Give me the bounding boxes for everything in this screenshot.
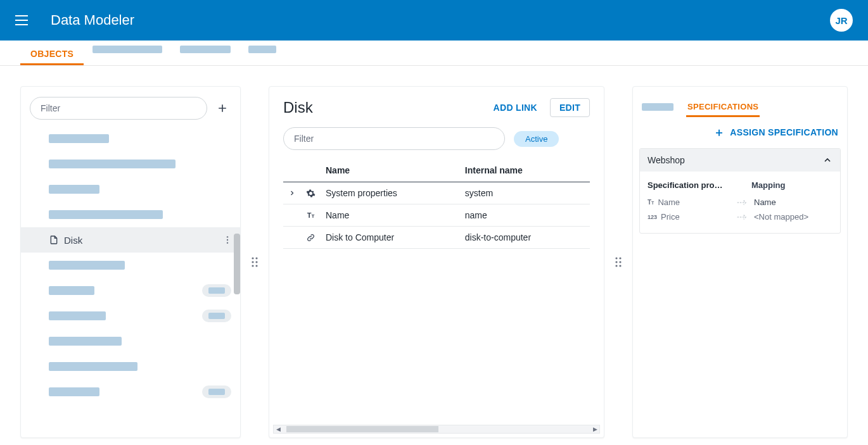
svg-point-10 [619, 257, 621, 259]
text-icon: TT [648, 199, 654, 206]
properties-table: Name Internal name System properties sys… [283, 159, 590, 249]
edit-button[interactable]: EDIT [550, 98, 590, 117]
col-mapping: Mapping [751, 180, 833, 190]
row-name: Disk to Computer [321, 227, 460, 249]
row-internal: system [460, 182, 590, 204]
row-name: Name [321, 204, 460, 227]
objects-filter-input[interactable] [30, 97, 207, 120]
row-internal: disk-to-computer [460, 227, 590, 249]
detail-panel: Disk ADD LINK EDIT Active Name Internal … [269, 86, 604, 438]
scrollbar-thumb[interactable] [234, 234, 240, 294]
row-name: System properties [321, 182, 460, 204]
svg-point-0 [227, 236, 228, 237]
object-item-selected[interactable]: Disk [21, 227, 240, 253]
object-item[interactable] [21, 126, 240, 151]
tab-placeholder[interactable] [180, 46, 231, 53]
tab-specifications[interactable]: SPECIFICATIONS [686, 97, 760, 116]
workspace: Disk Disk ADD LINK EDIT [0, 66, 868, 444]
svg-point-4 [255, 257, 257, 259]
col-name[interactable]: Name [321, 159, 460, 182]
properties-filter-input[interactable] [283, 127, 505, 150]
svg-point-5 [252, 261, 253, 263]
right-tab-placeholder[interactable] [642, 103, 673, 111]
specification-card-header[interactable]: Webshop [640, 149, 840, 172]
drag-handle-icon [615, 256, 622, 268]
plus-icon: ＋ [713, 127, 725, 138]
resize-handle[interactable] [615, 256, 622, 268]
svg-point-13 [615, 265, 617, 266]
object-item[interactable] [21, 177, 240, 202]
specification-title: Webshop [648, 155, 685, 165]
specifications-panel: SPECIFICATIONS ＋ ASSIGN SPECIFICATION We… [632, 86, 848, 438]
object-item[interactable] [21, 303, 240, 329]
svg-point-11 [615, 261, 617, 263]
expand-toggle[interactable] [283, 182, 301, 204]
arrow-right-icon [736, 199, 749, 206]
table-row[interactable]: Disk to Computer disk-to-computer [283, 227, 590, 249]
main-tabs: OBJECTS [0, 41, 868, 66]
add-link-button[interactable]: ADD LINK [488, 99, 542, 116]
object-item-menu[interactable] [222, 235, 233, 245]
specification-card: Webshop Specification pro… Mapping TT Na… [639, 148, 841, 234]
gear-icon [301, 182, 321, 204]
svg-point-14 [619, 265, 621, 266]
drag-handle-icon [251, 256, 258, 268]
object-item-label: Disk [64, 235, 82, 246]
table-row[interactable]: TT Name name [283, 204, 590, 227]
text-icon: TT [301, 204, 321, 227]
file-icon [49, 235, 59, 245]
object-item[interactable] [21, 151, 240, 177]
app-header: Data Modeler JR [0, 0, 868, 41]
object-item[interactable] [21, 202, 240, 227]
spec-row[interactable]: 123 Price <Not mapped> [648, 210, 833, 224]
plus-icon [216, 102, 229, 115]
svg-point-6 [255, 261, 257, 263]
svg-point-2 [227, 242, 228, 243]
number-icon: 123 [648, 214, 657, 220]
col-internal[interactable]: Internal name [460, 159, 590, 182]
svg-point-12 [619, 261, 621, 263]
svg-point-9 [615, 257, 617, 259]
resize-handle[interactable] [251, 256, 258, 268]
menu-icon[interactable] [15, 13, 30, 28]
assign-specification-button[interactable]: ＋ ASSIGN SPECIFICATION [633, 116, 847, 148]
chevron-up-icon [822, 155, 833, 165]
user-avatar[interactable]: JR [830, 9, 853, 32]
tab-placeholder[interactable] [93, 46, 162, 53]
svg-point-8 [255, 265, 257, 266]
tab-objects[interactable]: OBJECTS [20, 42, 84, 65]
object-item[interactable] [21, 253, 240, 278]
table-row[interactable]: System properties system [283, 182, 590, 204]
status-chip[interactable]: Active [514, 131, 559, 147]
svg-point-3 [252, 257, 253, 259]
app-title: Data Modeler [51, 12, 830, 28]
object-item[interactable] [21, 329, 240, 354]
row-internal: name [460, 204, 590, 227]
object-item[interactable] [21, 379, 240, 404]
more-vertical-icon [222, 235, 233, 245]
horizontal-scrollbar[interactable]: ◀▶ [273, 425, 600, 434]
detail-title: Disk [283, 99, 481, 116]
add-object-button[interactable] [214, 99, 231, 117]
svg-point-7 [252, 265, 253, 266]
svg-point-1 [227, 239, 228, 241]
tab-placeholder[interactable] [248, 46, 276, 53]
col-spec-property: Specification pro… [648, 180, 736, 190]
arrow-right-icon [736, 214, 749, 220]
object-item[interactable] [21, 278, 240, 303]
chevron-right-icon [288, 189, 296, 197]
spec-row[interactable]: TT Name Name [648, 195, 833, 210]
object-item[interactable] [21, 354, 240, 379]
objects-panel: Disk [20, 86, 241, 438]
link-icon [301, 227, 321, 249]
